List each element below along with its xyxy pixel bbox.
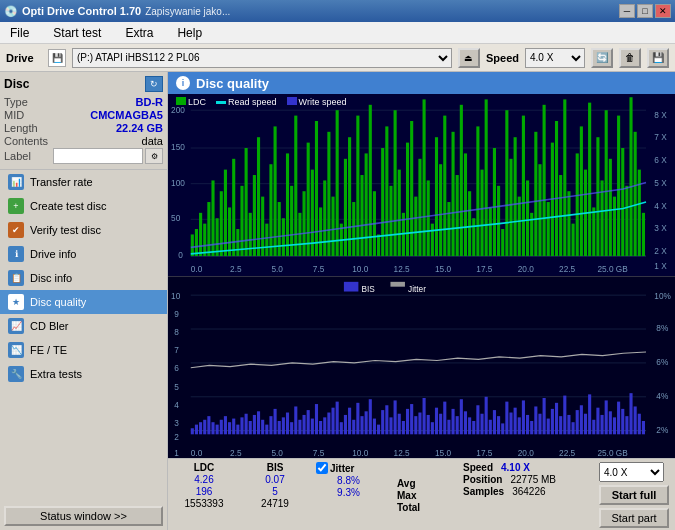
read-speed-legend: Read speed: [216, 97, 277, 107]
disc-quality-header: i Disc quality: [168, 72, 675, 94]
svg-rect-109: [567, 191, 570, 256]
svg-text:20.0: 20.0: [518, 264, 534, 274]
mid-value: CMCMAGBA5: [90, 109, 163, 121]
svg-rect-122: [621, 148, 624, 256]
maximize-button[interactable]: □: [637, 4, 653, 18]
disc-refresh-button[interactable]: ↻: [145, 76, 163, 92]
sidebar-item-fe-te[interactable]: 📉 FE / TE: [0, 338, 167, 362]
menu-start-test[interactable]: Start test: [47, 24, 107, 42]
svg-text:5: 5: [174, 380, 179, 391]
total-bis: 24719: [250, 498, 300, 509]
svg-rect-241: [514, 407, 517, 434]
svg-rect-25: [220, 191, 223, 256]
start-part-button[interactable]: Start part: [599, 508, 669, 528]
save-button[interactable]: 💾: [647, 48, 669, 68]
sidebar-item-transfer-rate[interactable]: 📊 Transfer rate: [0, 170, 167, 194]
svg-rect-213: [398, 413, 401, 434]
status-window-button[interactable]: Status window >>: [4, 506, 163, 526]
svg-rect-229: [464, 411, 467, 434]
svg-rect-209: [381, 410, 384, 434]
svg-text:10.0: 10.0: [352, 447, 368, 458]
transfer-rate-label: Transfer rate: [30, 176, 93, 188]
svg-rect-79: [443, 116, 446, 256]
jitter-header: Jitter: [330, 463, 354, 474]
speed-control-select[interactable]: 4.0 X: [599, 462, 664, 482]
svg-rect-228: [460, 399, 463, 434]
speed-select[interactable]: 4.0 X: [525, 48, 585, 68]
svg-rect-189: [298, 419, 301, 434]
svg-rect-68: [398, 170, 401, 256]
svg-rect-231: [472, 420, 475, 433]
control-panel: 4.0 X Start full Start part: [599, 462, 669, 528]
svg-rect-85: [468, 191, 471, 256]
svg-rect-120: [613, 197, 616, 256]
clear-button[interactable]: 🗑: [619, 48, 641, 68]
start-full-button[interactable]: Start full: [599, 485, 669, 505]
svg-text:5.0: 5.0: [271, 447, 283, 458]
svg-rect-203: [356, 402, 359, 433]
top-chart-svg: 200 150 100 50 0 8 X 7 X 6 X 5 X 4 X 3 X…: [168, 94, 675, 276]
svg-rect-220: [427, 414, 430, 433]
max-jitter: 9.3%: [316, 487, 381, 498]
label-key: Label: [4, 150, 31, 162]
svg-text:5 X: 5 X: [654, 178, 667, 188]
drive-select[interactable]: (P:) ATAPI iHBS112 2 PL06: [72, 48, 452, 68]
svg-rect-269: [629, 393, 632, 434]
contents-key: Contents: [4, 135, 48, 147]
svg-text:1 X: 1 X: [654, 261, 667, 271]
svg-text:4%: 4%: [656, 390, 668, 401]
svg-rect-125: [634, 132, 637, 256]
svg-rect-254: [567, 414, 570, 433]
svg-rect-225: [447, 419, 450, 434]
svg-rect-166: [203, 419, 206, 434]
svg-rect-60: [365, 153, 368, 256]
app-subtitle: Zapisywanie jako...: [145, 6, 230, 17]
sidebar-item-extra-tests[interactable]: 🔧 Extra tests: [0, 362, 167, 386]
svg-rect-191: [307, 410, 310, 434]
sidebar-item-cd-bler[interactable]: 📈 CD Bler: [0, 314, 167, 338]
svg-text:10: 10: [171, 290, 180, 301]
drive-info-label: Drive info: [30, 248, 76, 260]
svg-rect-75: [427, 180, 430, 256]
contents-value: data: [142, 135, 163, 147]
svg-rect-238: [501, 423, 504, 434]
drive-label: Drive: [6, 52, 42, 64]
svg-text:1: 1: [174, 447, 179, 458]
sidebar-item-disc-info[interactable]: 📋 Disc info: [0, 266, 167, 290]
menu-extra[interactable]: Extra: [119, 24, 159, 42]
sidebar-item-verify-test-disc[interactable]: ✔ Verify test disc: [0, 218, 167, 242]
svg-rect-77: [435, 137, 438, 256]
close-button[interactable]: ✕: [655, 4, 671, 18]
length-value: 22.24 GB: [116, 122, 163, 134]
jitter-stats: Jitter 8.8% 9.3%: [316, 462, 381, 499]
menu-help[interactable]: Help: [171, 24, 208, 42]
svg-rect-101: [534, 132, 537, 256]
svg-rect-52: [331, 197, 334, 256]
jitter-checkbox[interactable]: [316, 462, 328, 474]
svg-text:2 X: 2 X: [654, 246, 667, 256]
minimize-button[interactable]: ─: [619, 4, 635, 18]
refresh-drive-button[interactable]: 🔄: [591, 48, 613, 68]
svg-text:25.0 GB: 25.0 GB: [597, 447, 627, 458]
disc-quality-title: Disc quality: [196, 76, 269, 91]
svg-rect-45: [303, 191, 306, 256]
sidebar-item-create-test-disc[interactable]: + Create test disc: [0, 194, 167, 218]
svg-text:15.0: 15.0: [435, 447, 451, 458]
svg-rect-214: [402, 420, 405, 433]
svg-text:8%: 8%: [656, 322, 668, 333]
sidebar-item-drive-info[interactable]: ℹ Drive info: [0, 242, 167, 266]
svg-rect-40: [282, 218, 285, 256]
label-edit-button[interactable]: ⚙: [145, 148, 163, 164]
menu-file[interactable]: File: [4, 24, 35, 42]
svg-rect-265: [613, 417, 616, 434]
svg-rect-72: [414, 197, 417, 256]
svg-rect-71: [410, 121, 413, 256]
svg-rect-242: [518, 417, 521, 434]
svg-rect-196: [327, 412, 330, 434]
sidebar-item-disc-quality[interactable]: ★ Disc quality: [0, 290, 167, 314]
svg-text:5.0: 5.0: [271, 264, 283, 274]
avg-bis: 0.07: [250, 474, 300, 485]
svg-rect-56: [348, 137, 351, 256]
label-input[interactable]: [53, 148, 143, 164]
eject-button[interactable]: ⏏: [458, 48, 480, 68]
